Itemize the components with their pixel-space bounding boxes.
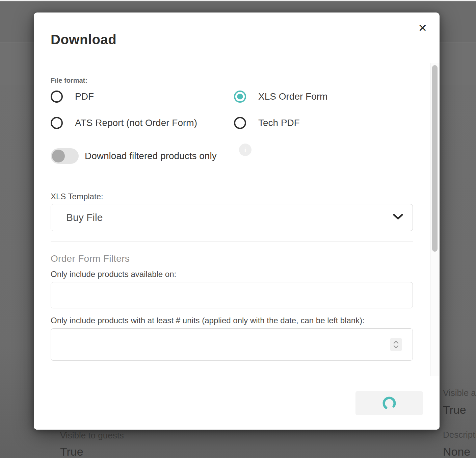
filtered-products-toggle[interactable] — [51, 148, 79, 164]
xls-template-label: XLS Template: — [51, 192, 413, 201]
number-stepper[interactable] — [390, 338, 402, 351]
file-format-options: PDF XLS Order Form ATS Report (not Order… — [51, 91, 413, 129]
radio-circle[interactable] — [234, 117, 246, 129]
radio-option-xls-order-form[interactable]: XLS Order Form — [234, 91, 413, 103]
radio-option-label: Tech PDF — [258, 118, 300, 128]
xls-template-select[interactable]: Buy File — [51, 204, 413, 231]
loading-spinner-icon — [382, 396, 397, 411]
radio-circle[interactable] — [51, 117, 63, 129]
background-field-label: Visible to guests — [60, 430, 124, 441]
radio-option-tech-pdf[interactable]: Tech PDF — [234, 117, 413, 129]
min-units-label: Only include products with at least # un… — [51, 316, 413, 325]
chevron-down-icon — [393, 345, 399, 349]
info-icon[interactable]: i — [239, 144, 252, 156]
modal-scrollbar-thumb[interactable] — [432, 65, 438, 252]
background-field-value: True — [60, 445, 83, 458]
min-units-input[interactable] — [51, 328, 413, 361]
background-field-label: Descripti — [443, 430, 476, 440]
background-field-value: True — [443, 403, 466, 416]
file-format-label: File format: — [51, 77, 413, 84]
radio-option-label: XLS Order Form — [258, 91, 327, 102]
radio-circle[interactable] — [234, 91, 246, 103]
background-field-value: None — [443, 445, 470, 458]
radio-circle[interactable] — [51, 91, 63, 103]
download-submit-button-loading[interactable] — [355, 391, 423, 415]
filtered-products-toggle-row: Download filtered products only i — [51, 148, 413, 164]
modal-scrollbar-track[interactable] — [430, 63, 439, 376]
chevron-up-icon — [393, 340, 399, 344]
radio-option-ats-report[interactable]: ATS Report (not Order Form) — [51, 117, 234, 129]
close-icon[interactable]: ✕ — [415, 20, 431, 36]
dialog-title: Download — [51, 32, 116, 47]
section-divider — [51, 241, 413, 241]
dialog-body: File format: PDF XLS Order Form ATS Repo… — [34, 63, 440, 376]
radio-option-label: PDF — [75, 91, 94, 102]
download-dialog: Download ✕ File format: PDF XLS Order Fo… — [34, 12, 440, 430]
toggle-label: Download filtered products only — [85, 151, 217, 161]
chevron-down-icon — [393, 214, 403, 221]
toggle-knob[interactable] — [52, 150, 65, 162]
dialog-header: Download ✕ — [34, 12, 440, 63]
order-form-filters-heading: Order Form Filters — [51, 253, 413, 264]
radio-option-label: ATS Report (not Order Form) — [75, 118, 197, 128]
available-on-label: Only include products available on: — [51, 270, 413, 279]
xls-template-selected-value: Buy File — [66, 212, 103, 223]
background-field-label: Visible af — [443, 388, 476, 398]
dialog-footer — [34, 376, 440, 430]
radio-option-pdf[interactable]: PDF — [51, 91, 234, 103]
available-on-input[interactable] — [51, 282, 413, 308]
